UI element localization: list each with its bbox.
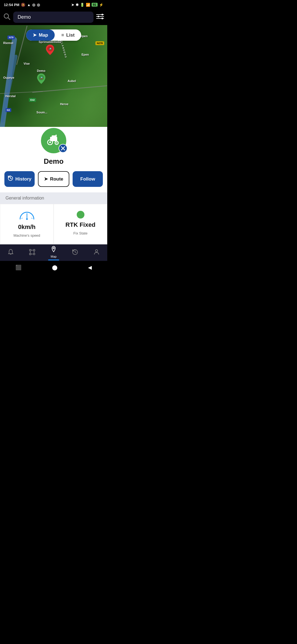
info-cards: 0km/h Machine's speed RTK Fixed Fix Stat… [0,204,107,244]
bottom-sheet: Demo History ➤ Route Follow General info… [0,127,107,274]
map-nav-label: Map [51,255,56,258]
avatar-badge [59,144,67,153]
svg-text:🚜: 🚜 [48,47,52,51]
list-tab-label: List [66,32,75,38]
follow-label: Follow [80,176,95,182]
map-list-toggle[interactable]: ➤ Map ≡ List [26,29,81,41]
map-tab-label: Map [39,32,48,38]
filter-icon[interactable] [96,13,104,21]
status-left: 12:54 PM 🔕 ▲ ◎ ◎ [4,3,40,7]
clock-icon [72,249,78,257]
speed-label: Machine's speed [13,233,40,238]
svg-line-28 [31,218,32,219]
sys-stop-button[interactable]: ⬛ [15,264,21,271]
list-tab[interactable]: ≡ List [55,29,81,41]
history-icon [8,176,13,182]
mute-icon: 🔕 [21,3,25,7]
system-nav: ⬛ ⬤ ◀ [0,261,107,274]
svg-line-1 [8,18,10,20]
road-badge-n3: N3 [6,108,12,112]
map-tab-icon: ➤ [33,32,37,38]
route-label: Route [50,176,63,182]
circle2-icon: ◎ [37,3,40,7]
svg-rect-16 [52,135,56,139]
svg-point-31 [29,253,31,255]
map-label-epen: Epen [81,53,89,56]
person-icon [93,249,100,257]
navigation-icon: ▲ [27,3,31,7]
bottom-nav: Map [0,244,107,261]
rtk-card: RTK Fixed Fix State [54,204,107,244]
wifi-icon: 📶 [86,3,90,7]
speed-card: 0km/h Machine's speed [0,204,54,244]
status-bar: 12:54 PM 🔕 ▲ ◎ ◎ ➤ ✱ 🔋 📶 91 ⚡ [0,0,107,9]
charge-icon: ⚡ [99,3,103,7]
road-badge-n79: N79 [7,36,15,39]
map-label-herve: Herve [60,102,68,106]
avatar-circle [40,127,67,154]
svg-point-26 [26,218,28,220]
svg-point-2 [101,14,103,15]
map-nav-icon [50,246,57,254]
sys-home-button[interactable]: ⬤ [52,264,57,271]
nodes-icon [29,249,35,257]
nav-item-map[interactable]: Map [43,246,64,260]
svg-point-20 [56,142,57,143]
svg-point-37 [53,247,54,249]
nav-item-bell[interactable] [0,249,21,257]
svg-rect-21 [56,135,57,137]
marker-demo-label: Demo [37,69,45,72]
avatar-wrap [0,127,107,154]
vehicle-name: Demo [0,157,107,166]
rtk-value: RTK Fixed [65,221,95,228]
map-label-soum: Soum... [37,111,48,114]
route-icon: ➤ [44,176,48,182]
action-buttons: History ➤ Route Follow [4,171,103,187]
status-right: ➤ ✱ 🔋 📶 91 ⚡ [71,3,103,7]
map-container[interactable]: Riemst Gulpen Epen Vise Oupeye Aubel Her… [0,25,107,141]
follow-button[interactable]: Follow [73,171,103,187]
rtk-label: Fix State [73,231,87,235]
sys-back-button[interactable]: ◀ [88,264,92,271]
svg-point-32 [33,253,35,255]
status-time: 12:54 PM [4,3,19,7]
nav-active-indicator [48,260,59,260]
map-label-oupeye: Oupeye [3,76,14,79]
speed-value: 0km/h [18,223,36,231]
tractor-icon [46,134,61,148]
map-label-riemst: Riemst [3,41,13,45]
general-info-header: General information [0,192,107,204]
svg-point-30 [33,249,35,251]
svg-point-18 [49,141,51,143]
history-label: History [15,176,32,182]
svg-point-3 [98,16,99,17]
map-tab[interactable]: ➤ Map [26,29,55,41]
search-bar [0,9,107,25]
search-input[interactable] [13,12,94,23]
route-button[interactable]: ➤ Route [38,171,69,187]
svg-text:🚜: 🚜 [39,76,43,80]
map-road-2 [32,85,107,93]
bluetooth-icon: ✱ [76,3,79,7]
road-badge-n278: N278 [95,41,104,45]
nav-item-person[interactable] [86,249,107,257]
nav-item-clock[interactable] [64,249,86,257]
svg-line-27 [21,218,23,219]
marker-sprimatdemo02[interactable]: Sprimatdemo02 🚜 [38,40,61,55]
rtk-indicator-dot [77,211,84,219]
location-icon: ➤ [71,3,74,7]
battery-x-icon: 🔋 [80,3,84,7]
svg-point-4 [101,18,103,19]
map-background: Riemst Gulpen Epen Vise Oupeye Aubel Her… [0,25,107,141]
nav-item-nodes[interactable] [21,249,43,257]
map-label-vise: Vise [24,62,30,65]
circle-icon: ◎ [32,3,35,7]
marker-demo[interactable]: Demo 🚜 [37,69,46,84]
road-badge-e42: E42 [29,98,36,102]
list-tab-icon: ≡ [61,32,64,38]
svg-point-29 [29,249,31,251]
bell-icon [7,249,14,257]
history-button[interactable]: History [4,171,35,187]
map-road-1 [16,26,28,65]
search-icon[interactable] [3,13,10,22]
